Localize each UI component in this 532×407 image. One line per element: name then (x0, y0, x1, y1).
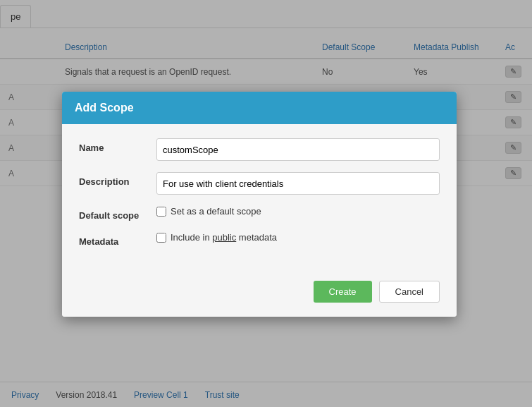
modal-body: Name Description Default scope Set as a … (62, 124, 457, 272)
description-label: Description (79, 172, 156, 187)
name-label: Name (79, 138, 156, 153)
description-input[interactable] (156, 172, 440, 195)
default-scope-checkbox-group: Set as a default scope (156, 206, 261, 217)
metadata-checkbox[interactable] (156, 233, 166, 243)
create-button[interactable]: Create (314, 281, 372, 303)
default-scope-checkbox-label: Set as a default scope (171, 206, 261, 217)
default-scope-row: Default scope Set as a default scope (79, 206, 440, 221)
name-input[interactable] (156, 138, 440, 161)
description-row: Description (79, 172, 440, 195)
cancel-button[interactable]: Cancel (379, 281, 440, 303)
modal-title: Add Scope (75, 102, 134, 114)
metadata-checkbox-label: Include in public metadata (171, 232, 277, 243)
default-scope-checkbox[interactable] (156, 207, 166, 217)
metadata-label: Metadata (79, 232, 156, 247)
metadata-row: Metadata Include in public metadata (79, 232, 440, 247)
modal-header: Add Scope (62, 92, 457, 124)
metadata-checkbox-group: Include in public metadata (156, 232, 277, 243)
default-scope-label: Default scope (79, 206, 156, 221)
public-highlight: public (212, 232, 236, 243)
modal-footer: Create Cancel (62, 272, 457, 317)
name-row: Name (79, 138, 440, 161)
add-scope-modal: Add Scope Name Description Default scope… (62, 92, 457, 317)
